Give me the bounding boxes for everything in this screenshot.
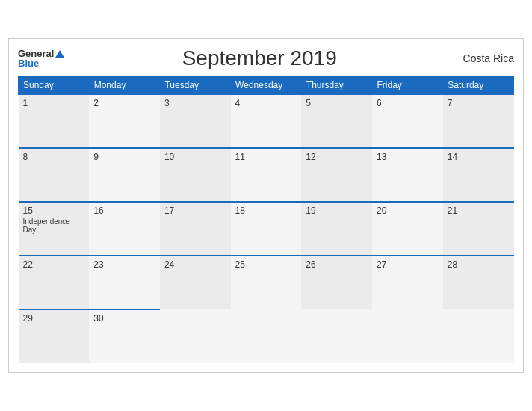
day-number: 10 bbox=[164, 152, 226, 162]
week-row-3: 15Independence Day161718192021 bbox=[19, 202, 514, 256]
day-number: 3 bbox=[164, 98, 226, 108]
calendar-title: September 2019 bbox=[64, 46, 454, 70]
day-number: 7 bbox=[448, 98, 510, 108]
day-number: 9 bbox=[93, 152, 155, 162]
calendar-cell: 17 bbox=[160, 202, 231, 256]
calendar-cell: 8 bbox=[19, 148, 90, 202]
calendar-cell: 27 bbox=[372, 256, 443, 309]
calendar-cell: 1 bbox=[19, 94, 90, 148]
calendar-country: Costa Rica bbox=[454, 52, 514, 64]
calendar-cell bbox=[231, 309, 302, 363]
calendar-cell: 29 bbox=[19, 309, 90, 363]
logo-blue-text: Blue bbox=[18, 58, 64, 68]
day-number: 20 bbox=[377, 206, 439, 216]
calendar-table: SundayMondayTuesdayWednesdayThursdayFrid… bbox=[18, 76, 514, 363]
day-header-saturday: Saturday bbox=[443, 77, 514, 95]
calendar-cell bbox=[372, 309, 443, 363]
logo-triangle-icon bbox=[55, 50, 64, 58]
day-number: 23 bbox=[93, 259, 155, 270]
calendar-cell: 15Independence Day bbox=[19, 202, 90, 256]
calendar-cell: 14 bbox=[443, 148, 514, 202]
calendar-cell: 13 bbox=[372, 148, 443, 202]
day-number: 18 bbox=[235, 206, 297, 216]
day-number: 6 bbox=[377, 98, 439, 108]
day-number: 17 bbox=[164, 206, 226, 216]
day-header-monday: Monday bbox=[89, 77, 160, 95]
week-row-1: 1234567 bbox=[19, 94, 514, 148]
calendar-cell: 10 bbox=[160, 148, 231, 202]
day-number: 8 bbox=[23, 152, 85, 162]
calendar-cell: 9 bbox=[89, 148, 160, 202]
calendar-cell: 7 bbox=[443, 94, 514, 148]
day-number: 2 bbox=[93, 98, 155, 108]
calendar-cell: 12 bbox=[301, 148, 372, 202]
day-number: 28 bbox=[448, 259, 510, 270]
day-number: 12 bbox=[306, 152, 368, 162]
day-number: 22 bbox=[23, 259, 85, 270]
day-number: 29 bbox=[23, 313, 85, 324]
day-number: 30 bbox=[93, 313, 155, 324]
week-row-4: 22232425262728 bbox=[19, 256, 514, 309]
calendar-cell: 18 bbox=[231, 202, 302, 256]
calendar-cell: 30 bbox=[89, 309, 160, 363]
logo: General Blue bbox=[18, 49, 64, 68]
calendar: General Blue September 2019 Costa Rica S… bbox=[8, 38, 524, 373]
calendar-cell: 2 bbox=[89, 94, 160, 148]
calendar-cell: 21 bbox=[443, 202, 514, 256]
day-number: 1 bbox=[23, 98, 85, 108]
calendar-cell: 11 bbox=[231, 148, 302, 202]
day-header-sunday: Sunday bbox=[19, 77, 90, 95]
day-header-wednesday: Wednesday bbox=[231, 77, 302, 95]
calendar-cell: 3 bbox=[160, 94, 231, 148]
calendar-cell: 19 bbox=[301, 202, 372, 256]
event-label: Independence Day bbox=[23, 217, 85, 234]
day-number: 19 bbox=[306, 206, 368, 216]
calendar-cell: 22 bbox=[19, 256, 90, 309]
day-header-thursday: Thursday bbox=[301, 77, 372, 95]
calendar-cell: 23 bbox=[89, 256, 160, 309]
calendar-cell bbox=[160, 309, 231, 363]
day-number: 24 bbox=[164, 259, 226, 270]
week-row-2: 891011121314 bbox=[19, 148, 514, 202]
day-number: 14 bbox=[448, 152, 510, 162]
day-number: 11 bbox=[235, 152, 297, 162]
calendar-header: General Blue September 2019 Costa Rica bbox=[18, 46, 514, 70]
day-header-tuesday: Tuesday bbox=[160, 77, 231, 95]
day-number: 4 bbox=[235, 98, 297, 108]
calendar-cell bbox=[301, 309, 372, 363]
day-number: 21 bbox=[448, 206, 510, 216]
day-number: 25 bbox=[235, 259, 297, 270]
calendar-cell: 28 bbox=[443, 256, 514, 309]
calendar-cell: 20 bbox=[372, 202, 443, 256]
day-header-friday: Friday bbox=[372, 77, 443, 95]
calendar-cell: 4 bbox=[231, 94, 302, 148]
day-number: 27 bbox=[377, 259, 439, 270]
days-header-row: SundayMondayTuesdayWednesdayThursdayFrid… bbox=[19, 77, 514, 95]
day-number: 5 bbox=[306, 98, 368, 108]
calendar-cell: 16 bbox=[89, 202, 160, 256]
calendar-cell: 25 bbox=[231, 256, 302, 309]
day-number: 15 bbox=[23, 206, 85, 216]
calendar-cell: 5 bbox=[301, 94, 372, 148]
day-number: 26 bbox=[306, 259, 368, 270]
calendar-cell bbox=[443, 309, 514, 363]
calendar-cell: 26 bbox=[301, 256, 372, 309]
week-row-5: 2930 bbox=[19, 309, 514, 363]
calendar-cell: 24 bbox=[160, 256, 231, 309]
calendar-cell: 6 bbox=[372, 94, 443, 148]
day-number: 13 bbox=[377, 152, 439, 162]
day-number: 16 bbox=[93, 206, 155, 216]
